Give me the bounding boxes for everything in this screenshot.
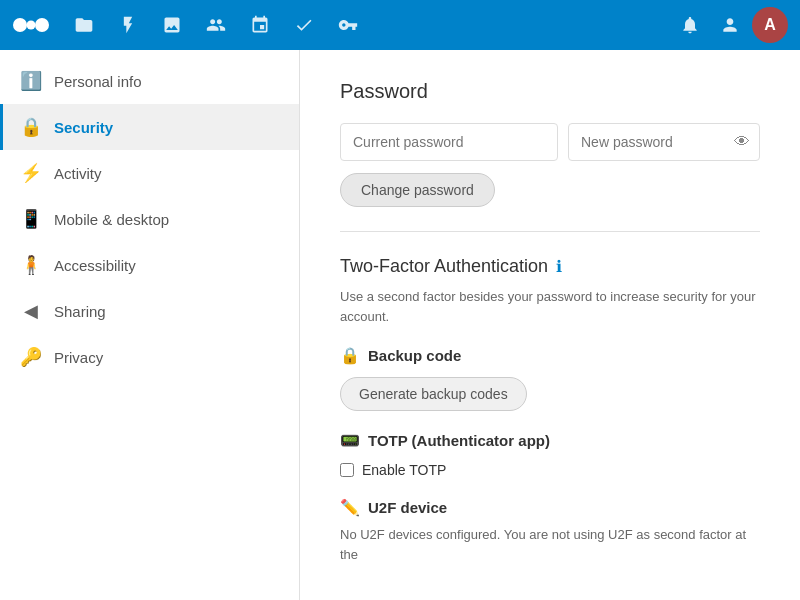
sidebar-item-label: Personal info [54, 73, 142, 90]
files-icon[interactable] [66, 7, 102, 43]
new-password-input[interactable] [568, 123, 760, 161]
u2f-description: No U2F devices configured. You are not u… [340, 525, 760, 564]
generate-backup-codes-button[interactable]: Generate backup codes [340, 377, 527, 411]
main-layout: ℹ️ Personal info 🔒 Security ⚡ Activity 📱… [0, 50, 800, 600]
backup-code-section: 🔒 Backup code Generate backup codes [340, 346, 760, 411]
totp-section: 📟 TOTP (Authenticator app) Enable TOTP [340, 431, 760, 478]
sidebar-item-privacy[interactable]: 🔑 Privacy [0, 334, 299, 380]
u2f-icon: ✏️ [340, 498, 360, 517]
current-password-input[interactable] [340, 123, 558, 161]
sidebar-item-label: Security [54, 119, 113, 136]
totp-icon: 📟 [340, 431, 360, 450]
backup-code-header: 🔒 Backup code [340, 346, 760, 365]
new-password-wrapper: 👁 [568, 123, 760, 161]
totp-label: TOTP (Authenticator app) [368, 432, 550, 449]
lightning-icon: ⚡ [20, 162, 42, 184]
sidebar-item-label: Activity [54, 165, 102, 182]
password-section-title: Password [340, 80, 760, 103]
enable-totp-checkbox[interactable] [340, 463, 354, 477]
tfa-header: Two-Factor Authentication ℹ [340, 256, 760, 277]
toggle-password-visibility-icon[interactable]: 👁 [734, 133, 750, 151]
passwords-icon[interactable] [330, 7, 366, 43]
u2f-label: U2F device [368, 499, 447, 516]
contacts-icon[interactable] [198, 7, 234, 43]
photos-icon[interactable] [154, 7, 190, 43]
totp-header: 📟 TOTP (Authenticator app) [340, 431, 760, 450]
sidebar-item-label: Accessibility [54, 257, 136, 274]
backup-code-lock-icon: 🔒 [340, 346, 360, 365]
sidebar-item-activity[interactable]: ⚡ Activity [0, 150, 299, 196]
svg-point-0 [13, 18, 27, 32]
change-password-button[interactable]: Change password [340, 173, 495, 207]
top-navigation: A [0, 0, 800, 50]
avatar[interactable]: A [752, 7, 788, 43]
share-icon: ◀ [20, 300, 42, 322]
svg-point-2 [35, 18, 49, 32]
tfa-description: Use a second factor besides your passwor… [340, 287, 760, 326]
user-settings-icon[interactable] [712, 7, 748, 43]
sidebar-item-personal-info[interactable]: ℹ️ Personal info [0, 58, 299, 104]
svg-point-1 [27, 21, 36, 30]
privacy-icon: 🔑 [20, 346, 42, 368]
sidebar-item-security[interactable]: 🔒 Security [0, 104, 299, 150]
sidebar-item-label: Mobile & desktop [54, 211, 169, 228]
u2f-section: ✏️ U2F device No U2F devices configured.… [340, 498, 760, 564]
tasks-icon[interactable] [286, 7, 322, 43]
sidebar-item-accessibility[interactable]: 🧍 Accessibility [0, 242, 299, 288]
calendar-icon[interactable] [242, 7, 278, 43]
u2f-header: ✏️ U2F device [340, 498, 760, 517]
notifications-icon[interactable] [672, 7, 708, 43]
tfa-section-title: Two-Factor Authentication [340, 256, 548, 277]
main-content: Password 👁 Change password Two-Factor Au… [300, 50, 800, 600]
accessibility-icon: 🧍 [20, 254, 42, 276]
sidebar-item-label: Sharing [54, 303, 106, 320]
password-inputs-row: 👁 [340, 123, 760, 161]
sidebar-item-sharing[interactable]: ◀ Sharing [0, 288, 299, 334]
lock-icon: 🔒 [20, 116, 42, 138]
backup-code-label: Backup code [368, 347, 461, 364]
tfa-info-icon[interactable]: ℹ [556, 257, 562, 276]
section-divider [340, 231, 760, 232]
info-icon: ℹ️ [20, 70, 42, 92]
totp-enable-row: Enable TOTP [340, 462, 760, 478]
sidebar: ℹ️ Personal info 🔒 Security ⚡ Activity 📱… [0, 50, 300, 600]
sidebar-item-label: Privacy [54, 349, 103, 366]
app-logo[interactable] [12, 12, 50, 38]
mobile-icon: 📱 [20, 208, 42, 230]
activity-icon[interactable] [110, 7, 146, 43]
enable-totp-label[interactable]: Enable TOTP [362, 462, 446, 478]
sidebar-item-mobile-desktop[interactable]: 📱 Mobile & desktop [0, 196, 299, 242]
